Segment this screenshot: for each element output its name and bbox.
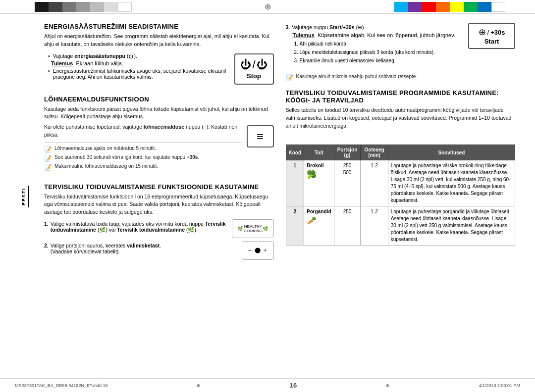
stop-button-box: ⏻ / ⏻ Stop — [234, 53, 274, 85]
tulemus-label-3: Tulemus — [293, 32, 315, 38]
table-row: 1 Brokoli 🥦 250500 1-2 Loputage ja puhas… — [286, 160, 515, 206]
start-symbol-icon: ⊕ — [479, 27, 486, 38]
top-center-compass-icon: ⊕ — [265, 2, 271, 11]
start-label: Start — [484, 38, 499, 45]
bullet-text-2: Energiasäästurežiimist lahkumiseks avage… — [53, 68, 229, 80]
color-block-r8 — [491, 2, 505, 12]
color-blocks-right — [394, 2, 505, 12]
food-icon-2: 🥕 — [307, 215, 331, 226]
step-1-text: Valige valmistatava toidu tüüp, vajutade… — [51, 221, 228, 233]
knob-icon-box: – ⬤ + — [242, 241, 274, 260]
bullet-dot-2: • — [48, 68, 50, 80]
section-table-body: Selles tabelis on toodud 10 tervisliku d… — [286, 106, 516, 130]
tulemus-text-1: Ekraan lülitub välja. — [76, 60, 123, 66]
color-block-r2 — [408, 2, 422, 12]
section-odor-title: LÕHNAEEMALDUSFUNKTSIOON — [44, 96, 274, 103]
section-energy-save-body1: Ahjul on energiasäästurežiim. See progra… — [44, 33, 274, 49]
color-blocks-left — [35, 2, 132, 12]
food-name-2: Porgandid — [307, 208, 331, 215]
substeps-list: Ahi piiksub neli korda. Lõpu meeldetulet… — [300, 40, 464, 64]
section-odor-body1: Kasutage seda funktsiooni pärast tugeva … — [44, 105, 274, 121]
note-recipe-text: Kasutage ainult mikrolaineahju puhul sob… — [296, 74, 418, 79]
knob-icon: – ⬤ + — [249, 247, 267, 253]
step-1-row: 1. Valige valmistatava toidu tüüp, vajut… — [44, 221, 228, 233]
healthy-cooking-icon-box: 🌿 HEALTHYCOOKING 🌿 — [232, 219, 274, 238]
th-kood: Kood — [286, 145, 304, 160]
color-block-r5 — [450, 2, 464, 12]
substep-1: Ahi piiksub neli korda. — [300, 40, 464, 48]
section-healthy-cooking: TERVISLIKU TOIDUVALMISTAMISE FUNKTSIOONI… — [44, 183, 274, 260]
tulemus-text-3: Küpsetamine algab. Kui see on lõppenud, … — [318, 32, 455, 38]
note-row-2: 📝 See suureneb 30 sekundi võrra iga kord… — [44, 154, 242, 162]
color-block-r1 — [394, 2, 408, 12]
section-odor-body2: Kui olete puhastamise lõpetanud, vajutag… — [44, 123, 242, 139]
td-soovitused-2: Loputage ja puhastage porgandid ja viilu… — [388, 206, 515, 245]
th-portsjon: Portsjon (g) — [334, 145, 361, 160]
table-header-row: Kood Toit Portsjon (g) Ooteaeg (min) Soo… — [286, 145, 515, 160]
note-text-3: Maksimaalne lõhnaeemaldusaeg on 15 minut… — [54, 163, 158, 169]
td-ooteaeg-2: 1-2 — [361, 206, 388, 245]
healthy-cooking-text: HEALTHYCOOKING — [244, 224, 263, 233]
top-bar: ⊕ — [0, 0, 535, 14]
note-text-2: See suureneb 30 sekundi võrra iga kord, … — [54, 154, 199, 160]
color-block-r4 — [436, 2, 450, 12]
color-block-6 — [104, 2, 118, 12]
start-top-icons: ⊕ / +30s — [479, 27, 505, 38]
note-text-1: Lõhnaeemalduse ajaks on määratud 5 minut… — [54, 146, 156, 151]
footer-page-number: 16 — [290, 382, 297, 389]
stop-icons: ⏻ / ⏻ — [240, 58, 267, 71]
step-3-text: Vajutage nuppu Start/+30s (⊕). — [292, 24, 365, 30]
bullet-text-1: Vajutage energiasäästunuppu (⏻). — [53, 53, 137, 59]
section-energy-save-title: ENERGIASÄÄSTUREŽIIMI SEADISTAMINE — [44, 23, 274, 30]
food-icon-1: 🥦 — [307, 169, 331, 180]
step-2-num: 2. — [44, 243, 49, 254]
step-1-num: 1. — [44, 221, 49, 233]
bullet-item-2: • Energiasäästurežiimist lahkumiseks ava… — [48, 68, 229, 80]
td-portsjon-2: 250 — [334, 206, 361, 245]
td-portsjon-1: 250500 — [334, 160, 361, 206]
tulemus-label-1: Tulemus — [51, 60, 73, 66]
td-toit-1: Brokoli 🥦 — [304, 160, 334, 206]
note-recipe-icon: 📝 — [286, 74, 293, 81]
start-slash: / — [487, 29, 489, 36]
td-soovitused-1: Loputage ja puhastage värske brokoli nin… — [388, 160, 515, 206]
section-energy-save: ENERGIASÄÄSTUREŽIIMI SEADISTAMINE Ahjul … — [44, 23, 274, 85]
note-row-3: 📝 Maksimaalne lõhnaeemaldusaeg on 15 min… — [44, 163, 242, 171]
note-recipe-row: 📝 Kasutage ainult mikrolaineahju puhul s… — [286, 74, 516, 81]
note-icon-1: 📝 — [44, 146, 52, 153]
td-ooteaeg-1: 1-2 — [361, 160, 388, 206]
left-column: ENERGIASÄÄSTUREŽIIMI SEADISTAMINE Ahjul … — [44, 23, 274, 370]
footer-left: MS23F301TAK_BA_DE68-04182N_ET.indd 16 — [15, 383, 107, 388]
color-block-5 — [90, 2, 104, 12]
start-plus30s: +30s — [490, 29, 505, 36]
step-3-row: 3. Vajutage nuppu Start/+30s (⊕). — [286, 24, 464, 30]
step-2-row: 2. Valige portsjoni suurus, keerates val… — [44, 243, 238, 254]
right-column: 3. Vajutage nuppu Start/+30s (⊕). Tulemu… — [286, 23, 516, 370]
note-row-1: 📝 Lõhnaeemalduse ajaks on määratud 5 min… — [44, 146, 242, 153]
main-content: EESTI ENERGIASÄÄSTUREŽIIMI SEADISTAMINE … — [0, 14, 535, 375]
th-ooteaeg: Ooteaeg (min) — [361, 145, 388, 160]
color-block-2 — [49, 2, 62, 12]
section-healthy-body: Tervisliku toiduvalmistamise funktsiooni… — [44, 193, 274, 216]
color-block-r7 — [478, 2, 491, 12]
step-3-area: 3. Vajutage nuppu Start/+30s (⊕). Tulemu… — [286, 23, 516, 65]
stop-label: Stop — [247, 72, 261, 80]
color-block-r3 — [422, 2, 436, 12]
stop-symbol-icon: ⏻ — [257, 58, 268, 71]
note-icon-2: 📝 — [44, 155, 52, 162]
odor-icon-box: ≡ — [247, 125, 274, 147]
section-healthy-title-text: TERVISLIKU TOIDUVALMISTAMISE FUNKTSIOONI… — [44, 183, 259, 191]
healthy-icon-2: 🌿 — [263, 226, 268, 231]
note-icon-3: 📝 — [44, 164, 52, 171]
footer-compass-icon-2: ⊕ — [386, 383, 390, 388]
th-soovitused: Soovitused — [388, 145, 515, 160]
footer-right: 4/1/2013 2:00:01 PM — [479, 383, 520, 388]
section-odor-removal: LÕHNAEEMALDUSFUNKTSIOON Kasutage seda fu… — [44, 96, 274, 172]
td-kood-1: 1 — [286, 160, 304, 206]
food-name-1: Brokoli — [307, 162, 331, 169]
section-healthy-title: TERVISLIKU TOIDUVALMISTAMISE FUNKTSIOONI… — [44, 183, 274, 191]
color-block-1 — [35, 2, 49, 12]
footer-compass-icon: ⊕ — [197, 383, 201, 388]
bullet-dot-1: • — [48, 53, 50, 59]
step-3-num: 3. — [286, 24, 290, 30]
